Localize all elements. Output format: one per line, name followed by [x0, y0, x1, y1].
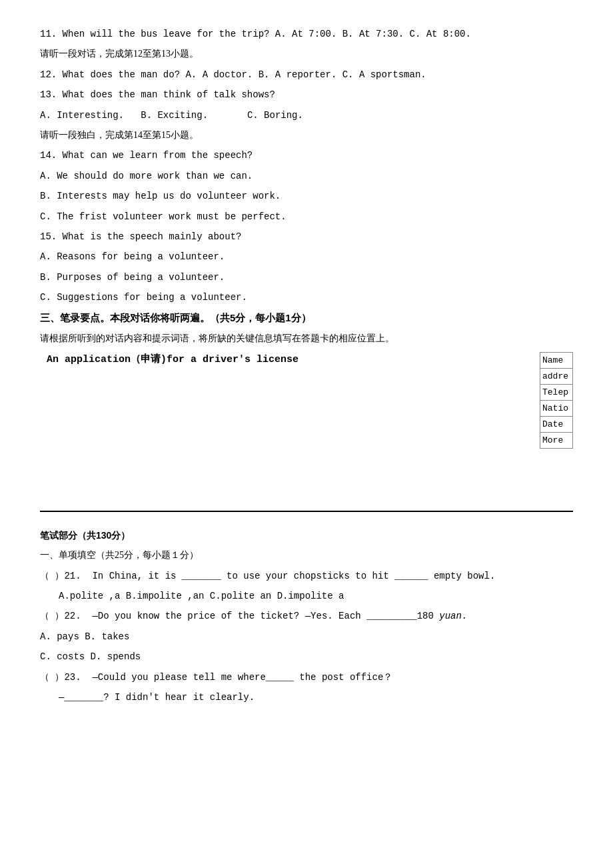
written-section-header: 笔试部分（共130分） — [40, 528, 573, 543]
q22-text: —Do you know the price of the ticket? —Y… — [92, 611, 433, 621]
q21-line: （ ）21. In China, it is _______ to use yo… — [40, 569, 573, 583]
q22-options-line2: C. costs D. spends — [40, 649, 573, 664]
q13-text: 13. What does the man think of talk show… — [40, 87, 573, 102]
q11-text: 11. When will the bus leave for the trip… — [40, 27, 573, 41]
sidebar-label-name: Name — [540, 352, 573, 368]
q15-option-a: A. Reasons for being a volunteer. — [40, 249, 573, 264]
q14-option-b: B. Interests may help us do volunteer wo… — [40, 189, 573, 203]
q22-line: （ ）22. —Do you know the price of the tic… — [40, 609, 573, 623]
q15-text: 15. What is the speech mainly about? — [40, 229, 573, 244]
q12-question: 12. What does the man do? — [40, 69, 180, 80]
q23-text2: —_______? I didn't hear it clearly. — [59, 692, 255, 703]
q22-options-text2: C. costs D. spends — [40, 651, 141, 662]
sidebar-row-address: addre — [540, 368, 573, 384]
sidebar-label-more: More — [540, 432, 573, 448]
q15-question: 15. What is the speech mainly about? — [40, 231, 241, 242]
q23-line2: —_______? I didn't hear it clearly. — [40, 690, 573, 705]
sidebar-table: Name addre Telep Natio Date More — [540, 352, 573, 449]
sidebar-label-date: Date — [540, 416, 573, 432]
q12-options: A. A doctor. B. A reporter. C. A sportsm… — [180, 69, 426, 80]
q21-text: In China, it is _______ to use your chop… — [92, 571, 495, 581]
application-area: An application（申请)for a driver's license… — [40, 352, 573, 499]
sidebar-row-more: More — [540, 432, 573, 448]
q22-number: （ ）22. — [40, 611, 81, 621]
writing-instruction: 请根据所听到的对话内容和提示词语，将所缺的关键信息填写在答题卡的相应位置上。 — [40, 331, 573, 346]
application-title: An application（申请)for a driver's license — [47, 352, 573, 368]
q23-text: —Could you please tell me where_____ the… — [92, 672, 392, 683]
q23-number: （ ）23. — [40, 672, 81, 683]
q15-option-b: B. Purposes of being a volunteer. — [40, 270, 573, 285]
written-subsection-header: 一、单项填空（共25分，每小题１分） — [40, 548, 573, 563]
q14-question: 14. What can we learn from the speech? — [40, 150, 253, 161]
q12-text: 12. What does the man do? A. A doctor. B… — [40, 67, 573, 82]
q22-options-text1: A. pays B. takes — [40, 631, 129, 642]
sidebar-label-nationality: Natio — [540, 400, 573, 416]
q22-options-line1: A. pays B. takes — [40, 629, 573, 644]
q11-question: 11. When will the bus leave for the trip… — [40, 29, 269, 39]
q14-option-c: C. The frist volunteer work must be perf… — [40, 209, 573, 224]
q14-intro: 请听一段独白，完成第14至第15小题。 — [40, 128, 573, 143]
q11-options: A. At 7:00. B. At 7:30. C. At 8:00. — [269, 29, 470, 39]
q21-options-text: A.polite ,a B.impolite ,an C.polite an D… — [59, 591, 344, 601]
sidebar-row-date: Date — [540, 416, 573, 432]
sidebar-row-telephone: Telep — [540, 384, 573, 400]
q21-number: （ ）21. — [40, 571, 81, 581]
section-divider — [40, 511, 573, 512]
q21-options: A.polite ,a B.impolite ,an C.polite an D… — [40, 589, 573, 603]
q23-line1: （ ）23. —Could you please tell me where__… — [40, 670, 573, 685]
q15-option-c: C. Suggestions for being a volunteer. — [40, 290, 573, 305]
q13-options: A. Interesting. B. Exciting. C. Boring. — [40, 108, 573, 123]
page-content: 11. When will the bus leave for the trip… — [40, 27, 573, 705]
q22-italic: yuan. — [439, 611, 467, 621]
written-section: 笔试部分（共130分） 一、单项填空（共25分，每小题１分） （ ）21. In… — [40, 528, 573, 705]
sidebar-row-nationality: Natio — [540, 400, 573, 416]
sidebar-label-address: addre — [540, 368, 573, 384]
writing-section-header: 三、笔录要点。本段对话你将听两遍。（共5分，每小题1分） — [40, 310, 573, 326]
q14-text: 14. What can we learn from the speech? — [40, 148, 573, 163]
q12-intro: 请听一段对话，完成第12至第13小题。 — [40, 47, 573, 61]
writing-area-spacer — [40, 376, 573, 456]
q14-option-a: A. We should do more work than we can. — [40, 169, 573, 183]
sidebar-label-telephone: Telep — [540, 384, 573, 400]
sidebar-row-name: Name — [540, 352, 573, 368]
q13-question: 13. What does the man think of talk show… — [40, 89, 275, 100]
